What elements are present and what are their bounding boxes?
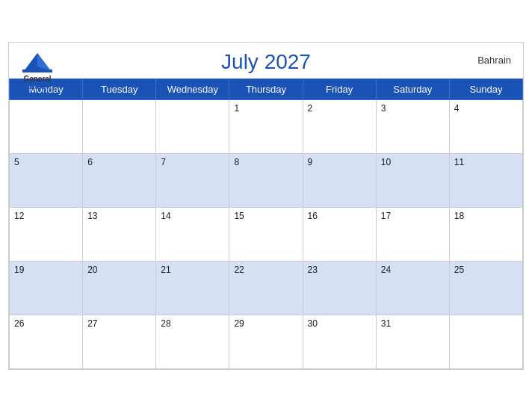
calendar-week-5: 262728293031 <box>10 315 523 368</box>
day-number: 18 <box>454 211 464 221</box>
calendar-cell[interactable]: 5 <box>10 153 83 207</box>
day-number: 26 <box>14 318 24 329</box>
calendar-cell[interactable]: 3 <box>376 99 449 153</box>
calendar-cell[interactable] <box>83 99 156 153</box>
calendar-cell[interactable]: 17 <box>376 207 449 261</box>
calendar-cell[interactable]: 16 <box>303 207 376 261</box>
day-number: 11 <box>454 157 464 167</box>
day-number: 7 <box>161 157 166 167</box>
day-number: 10 <box>381 157 391 167</box>
calendar-cell[interactable]: 10 <box>376 153 449 207</box>
calendar-title: July 2027 <box>221 50 311 74</box>
calendar-body: 1234567891011121314151617181920212223242… <box>10 99 523 368</box>
day-number: 2 <box>308 103 313 114</box>
day-number: 24 <box>381 265 391 275</box>
header-friday: Friday <box>303 78 376 99</box>
day-number: 15 <box>234 211 244 221</box>
calendar-cell[interactable]: 24 <box>376 261 449 315</box>
calendar-cell[interactable]: 31 <box>376 315 449 368</box>
day-number: 6 <box>87 157 93 167</box>
calendar-cell[interactable]: 20 <box>83 261 156 315</box>
calendar-cell[interactable] <box>449 315 522 368</box>
day-number: 1 <box>234 103 239 114</box>
calendar-cell[interactable]: 8 <box>229 153 303 207</box>
calendar-cell[interactable]: 30 <box>303 315 376 368</box>
calendar-table: Monday Tuesday Wednesday Thursday Friday… <box>9 78 523 369</box>
calendar-cell[interactable]: 28 <box>156 315 229 368</box>
header-saturday: Saturday <box>376 78 449 99</box>
day-number: 28 <box>161 318 170 329</box>
logo-blue: Blue <box>29 83 46 90</box>
day-number: 30 <box>308 318 318 329</box>
day-number: 29 <box>234 318 244 329</box>
day-number: 31 <box>381 318 391 329</box>
day-number: 9 <box>308 157 313 167</box>
day-number: 3 <box>381 103 386 114</box>
day-number: 17 <box>381 211 391 221</box>
day-number: 16 <box>308 211 318 221</box>
day-number: 19 <box>14 265 24 275</box>
calendar-cell[interactable]: 2 <box>303 99 376 153</box>
calendar-cell[interactable] <box>156 99 229 153</box>
calendar-header: General Blue July 2027 Bahrain <box>9 43 523 78</box>
calendar-cell[interactable]: 21 <box>156 261 229 315</box>
logo: General Blue <box>21 49 54 90</box>
svg-rect-2 <box>22 69 52 72</box>
calendar-cell[interactable]: 19 <box>10 261 83 315</box>
calendar-cell[interactable]: 4 <box>449 99 522 153</box>
day-number: 8 <box>234 157 239 167</box>
calendar-cell[interactable]: 29 <box>229 315 303 368</box>
calendar-cell[interactable]: 14 <box>156 207 229 261</box>
calendar-cell[interactable]: 25 <box>449 261 522 315</box>
calendar-cell[interactable]: 26 <box>10 315 83 368</box>
calendar-cell[interactable]: 12 <box>10 207 83 261</box>
day-number: 21 <box>161 265 170 275</box>
day-number: 12 <box>14 211 24 221</box>
calendar-week-3: 12131415161718 <box>10 207 523 261</box>
calendar-cell[interactable]: 15 <box>229 207 303 261</box>
day-number: 22 <box>234 265 244 275</box>
day-number: 13 <box>87 211 97 221</box>
header-wednesday: Wednesday <box>156 78 229 99</box>
calendar-cell[interactable] <box>10 99 83 153</box>
calendar-cell[interactable]: 9 <box>303 153 376 207</box>
header-tuesday: Tuesday <box>83 78 156 99</box>
calendar-cell[interactable]: 13 <box>83 207 156 261</box>
calendar-cell[interactable]: 27 <box>83 315 156 368</box>
day-number: 25 <box>454 265 464 275</box>
calendar-week-2: 567891011 <box>10 153 523 207</box>
day-number: 14 <box>161 211 170 221</box>
header-thursday: Thursday <box>229 78 303 99</box>
calendar: General Blue July 2027 Bahrain Monday Tu… <box>8 42 524 370</box>
header-sunday: Sunday <box>449 78 522 99</box>
calendar-week-4: 19202122232425 <box>10 261 523 315</box>
calendar-cell[interactable]: 23 <box>303 261 376 315</box>
calendar-cell[interactable]: 6 <box>83 153 156 207</box>
calendar-cell[interactable]: 1 <box>229 99 303 153</box>
calendar-week-1: 1234 <box>10 99 523 153</box>
calendar-cell[interactable]: 18 <box>449 207 522 261</box>
day-number: 23 <box>308 265 318 275</box>
calendar-cell[interactable]: 7 <box>156 153 229 207</box>
logo-icon <box>21 49 54 75</box>
calendar-cell[interactable]: 11 <box>449 153 522 207</box>
day-number: 20 <box>87 265 97 275</box>
country-label: Bahrain <box>477 55 511 66</box>
weekday-header-row: Monday Tuesday Wednesday Thursday Friday… <box>10 78 523 99</box>
day-number: 27 <box>87 318 97 329</box>
calendar-cell[interactable]: 22 <box>229 261 303 315</box>
day-number: 5 <box>14 157 19 167</box>
logo-general: General <box>23 75 51 83</box>
day-number: 4 <box>454 103 460 114</box>
